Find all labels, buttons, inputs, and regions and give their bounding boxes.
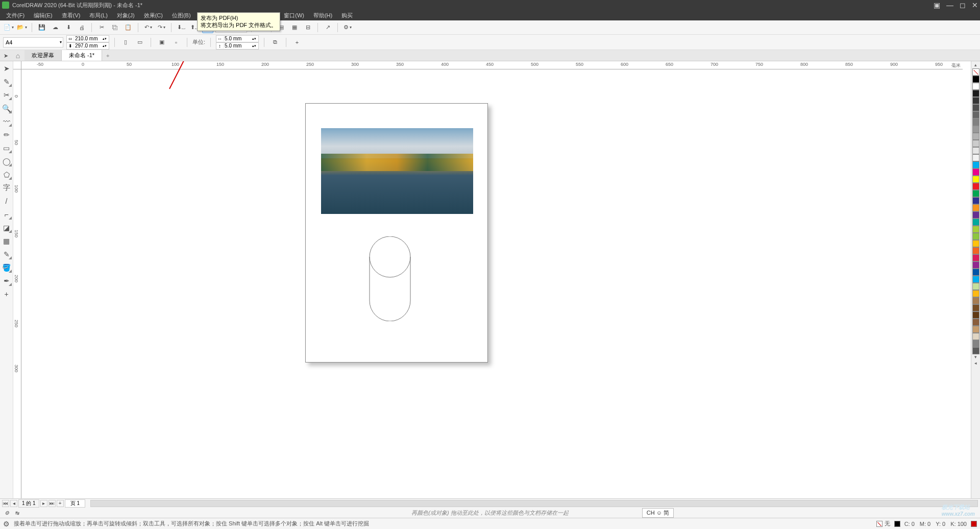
tab-doc1[interactable]: 未命名 -1* bbox=[62, 50, 102, 61]
palette-down-arrow[interactable]: ▾ bbox=[974, 354, 977, 360]
color-swatch[interactable] bbox=[972, 347, 979, 354]
page-width-input[interactable] bbox=[74, 36, 103, 41]
color-swatch[interactable] bbox=[972, 254, 979, 261]
minimize-button[interactable]: — bbox=[946, 1, 953, 9]
color-swatch[interactable] bbox=[972, 76, 979, 83]
outline-color-swatch[interactable] bbox=[894, 521, 900, 527]
zoom-tool[interactable]: 🔍 bbox=[2, 103, 12, 113]
new-button[interactable]: 📄▾ bbox=[3, 22, 14, 33]
horizontal-ruler[interactable]: -500501001502002503003504004505005506006… bbox=[21, 61, 963, 69]
no-color-swatch[interactable] bbox=[972, 68, 979, 76]
nudge-y-field[interactable]: ↕ ▴▾ bbox=[216, 42, 259, 50]
color-swatch[interactable] bbox=[972, 240, 979, 247]
color-swatch[interactable] bbox=[972, 147, 979, 154]
shape-tool[interactable]: ✎ bbox=[2, 77, 12, 87]
palette-up-arrow[interactable]: ▴ bbox=[974, 62, 977, 68]
color-swatch[interactable] bbox=[972, 197, 979, 204]
landscape-button[interactable]: ▭ bbox=[134, 37, 145, 48]
guidelines-button[interactable]: ⊟ bbox=[302, 22, 313, 33]
polygon-tool[interactable]: ⬠ bbox=[2, 170, 12, 180]
color-swatch[interactable] bbox=[972, 97, 979, 104]
nav-last-button[interactable]: ⏭ bbox=[48, 500, 56, 507]
fill-tool[interactable]: 🪣 bbox=[2, 262, 12, 273]
home-button[interactable]: ⌂ bbox=[11, 50, 24, 61]
pick-cursor-icon[interactable]: ➤ bbox=[0, 50, 11, 61]
nav-first-button[interactable]: ⏮ bbox=[2, 500, 9, 507]
save-button[interactable]: 💾 bbox=[36, 22, 47, 33]
connector-tool[interactable]: ⌐ bbox=[2, 209, 12, 220]
status-end-swatch[interactable] bbox=[971, 521, 977, 527]
page-height-input[interactable] bbox=[74, 43, 103, 49]
menu-effects[interactable]: 效果(C) bbox=[140, 11, 167, 20]
spinner[interactable]: ▴▾ bbox=[252, 44, 257, 48]
menu-buy[interactable]: 购买 bbox=[337, 11, 357, 20]
redo-button[interactable]: ↷▾ bbox=[156, 22, 167, 33]
eyedropper-tool[interactable]: ✎ bbox=[2, 249, 12, 259]
nav-next-button[interactable]: ▸ bbox=[40, 500, 47, 507]
add-tool-button[interactable]: + bbox=[2, 289, 12, 299]
horizontal-scrollbar[interactable] bbox=[90, 500, 978, 507]
ruler-corner[interactable] bbox=[13, 61, 21, 69]
color-swatch[interactable] bbox=[972, 304, 979, 311]
cloud-down-button[interactable]: ⬇ bbox=[63, 22, 74, 33]
color-swatch[interactable] bbox=[972, 183, 979, 190]
color-swatch[interactable] bbox=[972, 118, 979, 126]
pick-tool[interactable]: ➤ bbox=[2, 63, 12, 74]
open-button[interactable]: 📂▾ bbox=[16, 22, 28, 33]
artistic-media-tool[interactable]: ✏ bbox=[2, 130, 12, 140]
undo-button[interactable]: ↶▾ bbox=[142, 22, 154, 33]
spinner[interactable]: ▴▾ bbox=[103, 37, 108, 41]
menu-object[interactable]: 对象(J) bbox=[113, 11, 139, 20]
menu-layout[interactable]: 布局(L) bbox=[85, 11, 111, 20]
palette-flyout-arrow[interactable]: ◂ bbox=[974, 360, 977, 367]
color-swatch[interactable] bbox=[972, 161, 979, 169]
status-gear-icon[interactable]: ⚙ bbox=[3, 520, 10, 528]
menu-file[interactable]: 文件(F) bbox=[2, 11, 29, 20]
page-tab[interactable]: 页 1 bbox=[65, 499, 85, 508]
launch-button[interactable]: ↗ bbox=[322, 22, 333, 33]
cloud-up-button[interactable]: ☁ bbox=[50, 22, 61, 33]
color-swatch[interactable] bbox=[972, 319, 979, 326]
color-swatch[interactable] bbox=[972, 311, 979, 319]
color-swatch[interactable] bbox=[972, 190, 979, 197]
drop-shadow-tool[interactable]: ◪ bbox=[2, 223, 12, 233]
color-swatch[interactable] bbox=[972, 276, 979, 283]
color-swatch[interactable] bbox=[972, 111, 979, 118]
add-button[interactable]: + bbox=[291, 37, 303, 48]
broadcast-icon[interactable]: ▣ bbox=[934, 1, 940, 9]
copy-button[interactable]: ⿻ bbox=[109, 22, 120, 33]
current-page-button[interactable]: ▫ bbox=[170, 37, 182, 48]
tab-welcome[interactable]: 欢迎屏幕 bbox=[24, 50, 62, 61]
color-swatch[interactable] bbox=[972, 297, 979, 304]
spinner[interactable]: ▴▾ bbox=[252, 37, 257, 41]
color-swatch[interactable] bbox=[972, 133, 979, 140]
menu-edit[interactable]: 编辑(E) bbox=[30, 11, 57, 20]
freehand-tool[interactable]: 〰 bbox=[2, 116, 12, 127]
color-swatch[interactable] bbox=[972, 126, 979, 133]
menu-window[interactable]: 窗口(W) bbox=[280, 11, 308, 20]
cut-button[interactable]: ✂ bbox=[96, 22, 107, 33]
import-button[interactable]: ⬇⎵ bbox=[176, 22, 187, 33]
color-swatch[interactable] bbox=[972, 247, 979, 254]
color-swatch[interactable] bbox=[972, 176, 979, 183]
text-tool[interactable]: 字 bbox=[2, 183, 12, 193]
rectangle-tool[interactable]: ▭ bbox=[2, 143, 12, 153]
outline-tool[interactable]: ✒ bbox=[2, 276, 12, 286]
color-swatch[interactable] bbox=[972, 90, 979, 97]
nav-prev-button[interactable]: ◂ bbox=[10, 500, 17, 507]
hint-gear-icon[interactable]: ⚙ bbox=[3, 509, 10, 516]
color-swatch[interactable] bbox=[972, 83, 979, 90]
all-pages-button[interactable]: ▣ bbox=[156, 37, 167, 48]
add-page-button[interactable]: + bbox=[57, 500, 64, 507]
shape-capsule[interactable] bbox=[368, 236, 412, 321]
color-swatch[interactable] bbox=[972, 219, 979, 226]
maximize-button[interactable]: ◻ bbox=[960, 1, 966, 9]
color-swatch[interactable] bbox=[972, 140, 979, 147]
options-button[interactable]: ⚙▾ bbox=[342, 22, 353, 33]
close-button[interactable]: ✕ bbox=[972, 1, 978, 9]
menu-help[interactable]: 帮助(H) bbox=[309, 11, 336, 20]
nudge-y-input[interactable] bbox=[224, 43, 252, 49]
placed-image[interactable] bbox=[321, 128, 473, 214]
print-button[interactable]: 🖨 bbox=[76, 22, 87, 33]
transparency-tool[interactable]: ▦ bbox=[2, 236, 12, 246]
